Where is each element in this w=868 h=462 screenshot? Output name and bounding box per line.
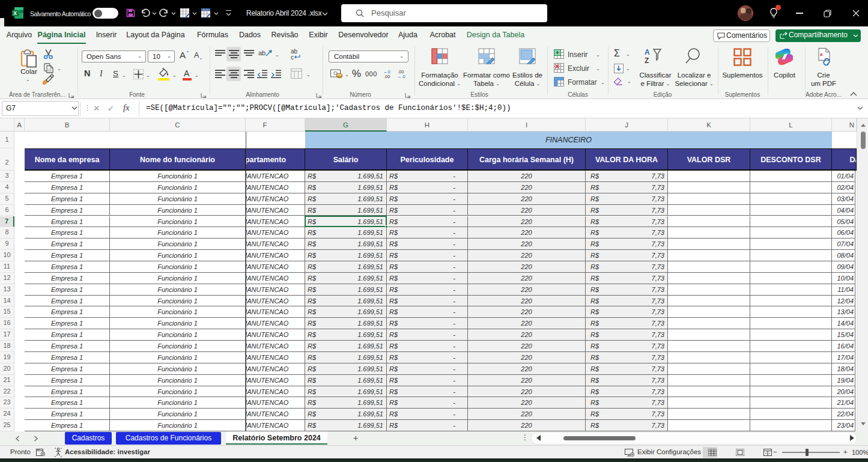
svg-text:a: a bbox=[820, 52, 823, 57]
svg-text:→.0: →.0 bbox=[397, 74, 405, 79]
svg-text:Z: Z bbox=[645, 56, 649, 64]
svg-text:X: X bbox=[13, 10, 17, 16]
svg-text:.00: .00 bbox=[384, 74, 390, 79]
svg-text:A: A bbox=[645, 48, 650, 56]
